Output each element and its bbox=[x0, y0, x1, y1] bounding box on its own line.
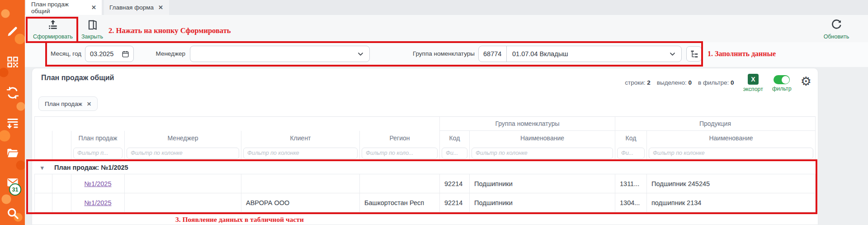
nomenclature-group-label: Группа номенклатуры bbox=[402, 50, 475, 57]
cell-group-name: Подшипники bbox=[470, 193, 615, 212]
table-row[interactable]: №1/2025 92214 Подшипники 1311... Подшипн… bbox=[34, 174, 816, 193]
rows-count: 2 bbox=[647, 79, 651, 86]
chip-label: План продаж bbox=[45, 101, 82, 107]
tree-icon bbox=[690, 50, 698, 58]
table-group-row: ▾ План продаж: №1/2025 bbox=[34, 161, 816, 174]
month-input[interactable] bbox=[85, 46, 122, 62]
sales-plan-table: Группа номенклатуры Продукция План прода… bbox=[34, 116, 816, 212]
table-group-header-row: Группа номенклатуры Продукция bbox=[34, 116, 816, 131]
col-manager: Менеджер bbox=[125, 131, 241, 145]
row-counters: строки: 2 выделено: 0 в фильтре: 0 bbox=[625, 79, 734, 86]
filtered-count: 0 bbox=[731, 79, 734, 86]
cell-group-code: 92214 bbox=[440, 193, 470, 212]
generate-button-label: Сформировать bbox=[29, 34, 76, 40]
selected-count: 0 bbox=[688, 79, 692, 86]
toolbar: Сформировать Закрыть Обновить bbox=[25, 15, 868, 42]
cell-prod-code: 1311... bbox=[615, 174, 647, 193]
refresh-icon bbox=[830, 19, 842, 31]
group-header-production: Продукция bbox=[615, 117, 816, 131]
tab-bar: План продаж общий ✕ Главная форма ✕ bbox=[25, 0, 868, 15]
sales-plan-panel: План продаж общий строки: 2 выделено: 0 … bbox=[32, 68, 818, 225]
cell-group-name: Подшипники bbox=[470, 174, 615, 193]
chip-close-icon[interactable]: ✕ bbox=[87, 101, 91, 107]
filter-input-client[interactable] bbox=[243, 148, 358, 159]
close-form-button[interactable]: Закрыть bbox=[78, 19, 106, 40]
tab-sales-plan[interactable]: План продаж общий ✕ bbox=[26, 0, 102, 15]
tab-main-form[interactable]: Главная форма ✕ bbox=[104, 0, 169, 15]
manager-label: Менеджер bbox=[151, 50, 185, 57]
refresh-button-label: Обновить bbox=[819, 34, 854, 40]
hierarchy-tree-button[interactable] bbox=[686, 46, 702, 62]
sync-refresh-icon[interactable] bbox=[6, 86, 19, 100]
filter-toggle[interactable]: фильтр bbox=[772, 71, 792, 92]
mail-unread-badge: 31 bbox=[9, 183, 21, 196]
col-plan: План продаж bbox=[71, 131, 125, 145]
col-group-name: Наименование bbox=[470, 131, 615, 145]
refresh-button[interactable]: Обновить bbox=[819, 19, 854, 40]
chevron-down-icon bbox=[669, 51, 676, 57]
panel-title: План продаж общий bbox=[41, 74, 114, 82]
cell-prod-code: 1304... bbox=[615, 193, 647, 212]
folder-icon[interactable] bbox=[6, 146, 19, 160]
export-label: экспорт bbox=[743, 86, 763, 92]
table-header-row: План продаж Менеджер Клиент Регион Код Н… bbox=[34, 131, 816, 145]
cell-region: Башкортостан Респ bbox=[360, 193, 440, 212]
col-prod-code: Код bbox=[615, 131, 647, 145]
col-prod-name: Наименование bbox=[647, 131, 816, 145]
excel-icon: X bbox=[748, 74, 759, 85]
col-group-code: Код bbox=[440, 131, 470, 145]
generate-button[interactable]: Сформировать bbox=[29, 19, 76, 40]
tab-label: План продаж общий bbox=[31, 1, 87, 14]
gear-icon[interactable]: ⚙ bbox=[801, 76, 811, 88]
calendar-icon[interactable] bbox=[122, 50, 129, 58]
panel-stats-cluster: строки: 2 выделено: 0 в фильтре: 0 X экс… bbox=[625, 71, 811, 92]
month-input-wrap bbox=[85, 46, 134, 62]
tab-close-icon[interactable]: ✕ bbox=[91, 4, 96, 11]
filter-input-plan[interactable] bbox=[73, 148, 123, 159]
cell-client bbox=[241, 174, 360, 193]
collapse-triangle-icon[interactable]: ▾ bbox=[41, 164, 44, 171]
filter-input-group-code[interactable] bbox=[442, 148, 467, 159]
group-header-nomenclature: Группа номенклатуры bbox=[440, 117, 615, 131]
col-client: Клиент bbox=[241, 131, 360, 145]
nomenclature-group-name[interactable]: 01.07.04 Вкладыш bbox=[507, 50, 669, 57]
cell-prod-name: подшипник 2134 bbox=[647, 193, 816, 212]
tab-close-icon[interactable]: ✕ bbox=[158, 4, 163, 11]
plan-document-link[interactable]: №1/2025 bbox=[85, 199, 112, 206]
table-row[interactable]: №1/2025 АВРОРА ООО Башкортостан Респ 922… bbox=[34, 193, 816, 212]
cell-manager bbox=[125, 193, 241, 212]
filter-input-region[interactable] bbox=[362, 148, 438, 159]
left-sidebar: 31 bbox=[0, 0, 25, 225]
month-label: Месяц, год bbox=[49, 50, 81, 57]
tab-label: Главная форма bbox=[109, 4, 154, 11]
cell-region bbox=[360, 174, 440, 193]
exit-door-icon bbox=[86, 19, 98, 31]
filter-input-group-name[interactable] bbox=[472, 148, 613, 159]
cell-group-code: 92214 bbox=[440, 174, 470, 193]
cell-prod-name: Подшипник 245245 bbox=[647, 174, 816, 193]
plan-document-link[interactable]: №1/2025 bbox=[85, 180, 112, 187]
toggle-on-icon[interactable] bbox=[774, 75, 790, 84]
group-row-label: План продаж: №1/2025 bbox=[54, 164, 128, 171]
table-filter-row bbox=[34, 145, 816, 161]
cell-client: АВРОРА ООО bbox=[241, 193, 360, 212]
filter-input-prod-name[interactable] bbox=[649, 148, 813, 159]
generate-report-icon bbox=[47, 19, 59, 31]
filter-chip-sales-plan[interactable]: План продаж ✕ bbox=[38, 96, 98, 111]
search-icon[interactable] bbox=[6, 206, 19, 220]
col-region: Регион bbox=[360, 131, 440, 145]
manager-select[interactable] bbox=[190, 46, 370, 62]
edit-pencil-icon[interactable] bbox=[6, 24, 19, 38]
chevron-down-icon bbox=[357, 51, 364, 57]
nomenclature-group-code[interactable]: 68774 bbox=[479, 46, 507, 62]
nomenclature-group-combo[interactable]: 68774 01.07.04 Вкладыш bbox=[478, 46, 682, 62]
filter-input-prod-code[interactable] bbox=[617, 148, 645, 159]
cell-manager bbox=[125, 174, 241, 193]
close-button-label: Закрыть bbox=[78, 34, 106, 40]
app-window: 31 План продаж общий ✕ Главная форма ✕ С… bbox=[0, 0, 868, 225]
export-excel-button[interactable]: X экспорт bbox=[743, 71, 763, 92]
task-list-icon[interactable] bbox=[6, 116, 19, 130]
qr-code-icon[interactable] bbox=[6, 55, 19, 69]
filter-input-manager[interactable] bbox=[127, 148, 239, 159]
filter-toggle-label: фильтр bbox=[772, 86, 792, 92]
